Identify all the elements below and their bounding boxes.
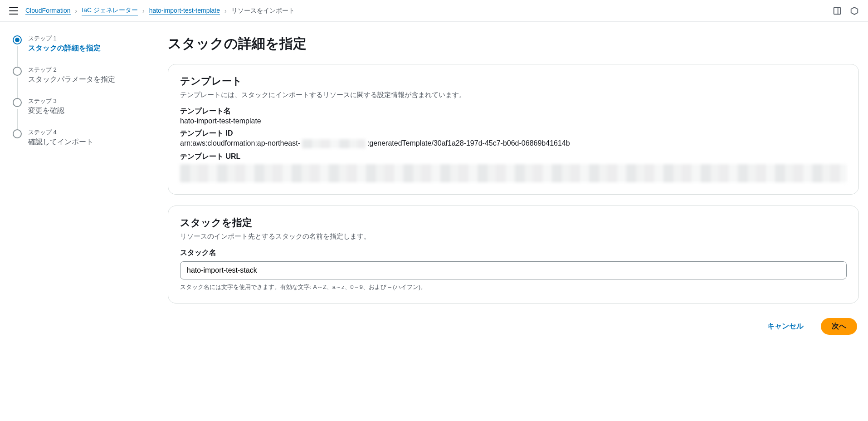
step-3-number: ステップ 3 [28,97,64,105]
step-1-title: スタックの詳細を指定 [28,44,101,53]
panel-icon[interactable] [833,6,842,15]
step-4-number: ステップ 4 [28,128,93,137]
template-id-prefix: arn:aws:cloudformation:ap-northeast- [180,139,300,147]
template-id-suffix: :generatedTemplate/30af1a28-197d-45c7-b0… [367,139,570,147]
breadcrumb-generator[interactable]: IaC ジェネレーター [82,6,138,15]
template-id-label: テンプレート ID [180,129,847,138]
next-button[interactable]: 次へ [821,318,857,335]
template-id-value: arn:aws:cloudformation:ap-northeast-:gen… [180,139,847,148]
template-panel: テンプレート テンプレートには、スタックにインポートするリソースに関する設定情報… [168,64,859,195]
top-bar: CloudFormation › IaC ジェネレーター › hato-impo… [0,0,868,22]
template-name-value: hato-import-test-template [180,117,847,125]
step-marker-icon [13,129,22,138]
stack-name-hint: スタック名には文字を使用できます。有効な文字: A～Z、a～z、0～9、および … [180,283,847,291]
step-1[interactable]: ステップ 1 スタックの詳細を指定 [13,34,150,66]
topbar-right [833,6,859,15]
chevron-right-icon: › [75,7,78,15]
stack-name-input[interactable] [180,261,847,279]
cancel-button[interactable]: キャンセル [756,318,814,335]
stack-name-label: スタック名 [180,248,847,258]
redacted-region-account [302,139,366,148]
breadcrumb-service[interactable]: CloudFormation [25,7,71,15]
step-4-title: 確認してインポート [28,137,93,147]
stack-panel-desc: リソースのインポート先とするスタックの名前を指定します。 [180,232,847,241]
wizard-actions: キャンセル 次へ [168,314,859,344]
template-url-value-redacted [180,164,847,182]
step-marker-active-icon [13,35,22,44]
step-marker-icon [13,67,22,76]
svg-marker-2 [851,7,858,15]
step-3[interactable]: ステップ 3 変更を確認 [13,97,150,128]
step-4[interactable]: ステップ 4 確認してインポート [13,128,150,160]
breadcrumb: CloudFormation › IaC ジェネレーター › hato-impo… [25,6,295,15]
step-marker-icon [13,98,22,107]
svg-rect-0 [834,7,841,14]
chevron-right-icon: › [142,7,145,15]
template-panel-desc: テンプレートには、スタックにインポートするリソースに関する設定情報が含まれていま… [180,91,847,99]
breadcrumb-current: リソースをインポート [231,7,295,15]
hamburger-menu-icon[interactable] [9,7,18,15]
page-body: ステップ 1 スタックの詳細を指定 ステップ 2 スタックパラメータを指定 ステ… [0,22,868,353]
step-2-title: スタックパラメータを指定 [28,75,115,84]
wizard-stepper: ステップ 1 スタックの詳細を指定 ステップ 2 スタックパラメータを指定 ステ… [9,34,150,344]
chevron-right-icon: › [224,7,227,15]
topbar-left: CloudFormation › IaC ジェネレーター › hato-impo… [9,6,295,15]
step-2-number: ステップ 2 [28,66,115,74]
main-content: スタックの詳細を指定 テンプレート テンプレートには、スタックにインポートするリ… [168,34,859,344]
step-2[interactable]: ステップ 2 スタックパラメータを指定 [13,66,150,97]
template-url-label: テンプレート URL [180,152,847,162]
breadcrumb-template[interactable]: hato-import-test-template [149,7,220,15]
step-1-number: ステップ 1 [28,34,101,43]
page-title: スタックの詳細を指定 [168,34,859,53]
stack-panel-title: スタックを指定 [180,216,847,230]
template-panel-title: テンプレート [180,74,847,88]
cloudshell-icon[interactable] [850,6,859,15]
stack-panel: スタックを指定 リソースのインポート先とするスタックの名前を指定します。 スタッ… [168,206,859,304]
template-name-label: テンプレート名 [180,107,847,116]
step-3-title: 変更を確認 [28,106,64,116]
